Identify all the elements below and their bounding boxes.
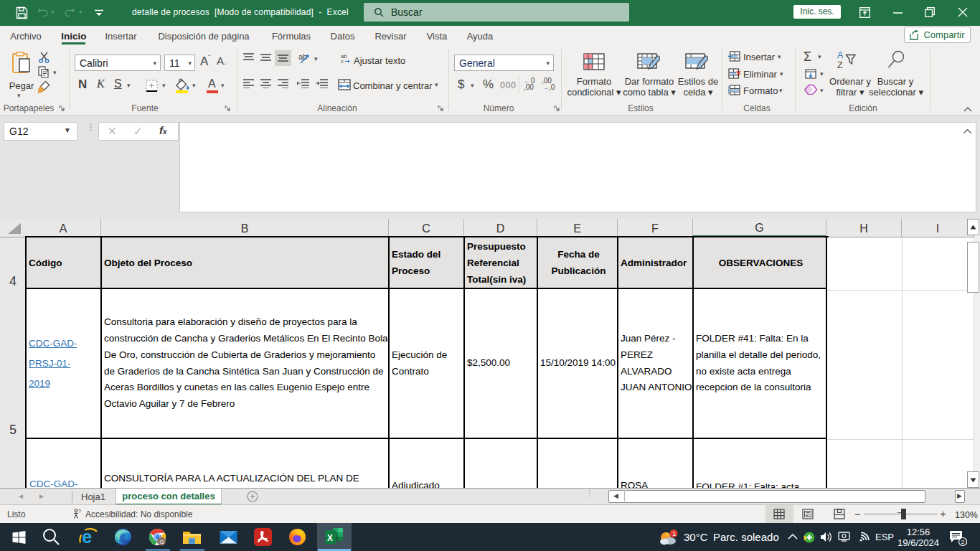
svg-text:G: G (160, 539, 164, 545)
svg-text:A: A (837, 50, 844, 60)
svg-text:c: c (341, 58, 344, 64)
svg-text:e: e (82, 527, 92, 547)
svg-text:ab: ab (298, 52, 307, 61)
svg-text:Z: Z (837, 60, 843, 70)
svg-text:1: 1 (672, 530, 676, 537)
svg-text:?: ? (78, 509, 81, 514)
svg-text:2: 2 (961, 539, 965, 545)
svg-text:X: X (327, 533, 333, 543)
